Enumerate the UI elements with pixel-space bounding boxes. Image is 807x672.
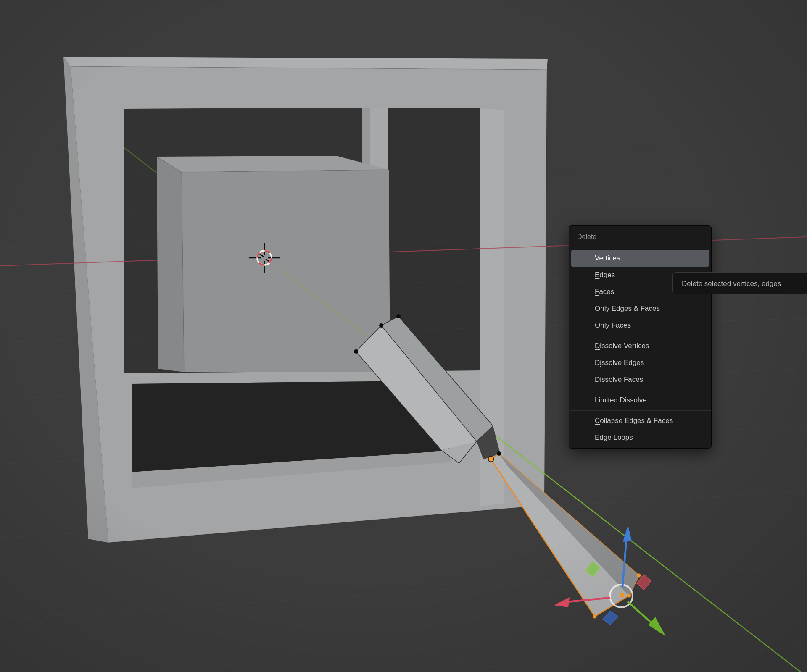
menu-item-dissolve-edges[interactable]: Dissolve Edges	[569, 354, 711, 371]
menu-item-collapse-edges-faces[interactable]: Collapse Edges & Faces	[569, 412, 711, 429]
active-vertex-dot[interactable]	[488, 457, 494, 462]
menu-item-only-edges-faces[interactable]: Only Edges & Faces	[569, 300, 711, 317]
menu-item-limited-dissolve[interactable]: Limited Dissolve	[569, 392, 711, 409]
selected-vertex-dot[interactable]	[593, 615, 597, 619]
context-menu-title: Delete	[569, 228, 711, 246]
menu-item-dissolve-vertices[interactable]: Dissolve Vertices	[569, 338, 711, 354]
cube-object[interactable]	[157, 156, 390, 372]
menu-separator	[570, 410, 711, 411]
menu-item-edge-loops[interactable]: Edge Loops	[569, 429, 711, 446]
vertex-dot[interactable]	[497, 452, 501, 456]
gizmo-median-point	[620, 593, 625, 598]
selected-vertex-dot[interactable]	[637, 574, 641, 578]
vertex-dot[interactable]	[379, 323, 383, 328]
delete-context-menu: Delete VerticesEdgesFacesOnly Edges & Fa…	[569, 225, 712, 449]
menu-item-only-faces[interactable]: Only Faces	[569, 317, 711, 334]
menu-separator	[570, 390, 711, 390]
menu-separator	[570, 248, 711, 248]
vertex-dot[interactable]	[396, 314, 401, 318]
menu-separator	[570, 336, 711, 336]
vertex-dot[interactable]	[354, 349, 358, 354]
blender-3d-viewport: { "viewport": { "background_color": "#3c…	[0, 0, 807, 672]
menu-item-dissolve-faces[interactable]: Dissolve Faces	[569, 371, 711, 388]
menu-tooltip: Delete selected vertices, edges	[672, 272, 807, 294]
tooltip-text: Delete selected vertices, edges	[682, 280, 781, 288]
menu-item-vertices[interactable]: Vertices	[571, 250, 709, 267]
selected-vertex-dot[interactable]	[628, 594, 631, 598]
